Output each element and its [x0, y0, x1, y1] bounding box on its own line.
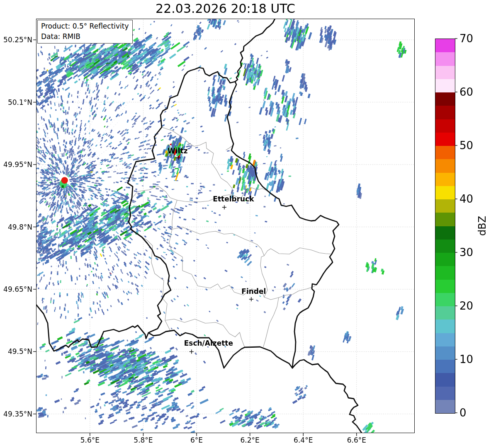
- colorbar-segment: [435, 186, 455, 199]
- colorbar-segment: [435, 293, 455, 306]
- colorbar-segment: [435, 106, 455, 119]
- colorbar-segment: [435, 253, 455, 266]
- colorbar-tick-label: 10: [459, 353, 473, 366]
- data-source-label: Data: RMIB: [41, 31, 129, 42]
- colorbar-tick-label: 20: [459, 300, 473, 312]
- colorbar-segment: [435, 173, 455, 186]
- colorbar-unit-label: dBZ: [476, 216, 488, 236]
- city-label: Wiltz: [168, 147, 187, 155]
- city-label: Findel: [241, 287, 266, 295]
- x-axis-tick-label: 6.2°E: [241, 436, 260, 444]
- y-axis-tick-label: 49.65°N: [3, 285, 32, 293]
- city-label: Esch/Alzette: [184, 339, 233, 347]
- x-axis-tick-label: 6.4°E: [294, 436, 313, 444]
- colorbar-segment: [435, 199, 455, 213]
- x-axis-tick-label: 5.8°E: [134, 436, 153, 444]
- figure-title: 22.03.2026 20:18 UTC: [36, 1, 415, 16]
- y-axis-tick-label: 49.35°N: [3, 410, 32, 418]
- colorbar-segment: [435, 159, 455, 172]
- colorbar-segment: [435, 66, 455, 79]
- colorbar-segment: [435, 146, 455, 159]
- colorbar-segment: [435, 52, 455, 65]
- y-axis-tick-label: 49.95°N: [3, 160, 32, 169]
- colorbar-segment: [435, 360, 455, 373]
- colorbar-segment: [435, 306, 455, 320]
- colorbar-segment: [435, 400, 455, 413]
- colorbar-segment: [435, 240, 455, 253]
- radar-map-canvas: [0, 0, 491, 448]
- colorbar-segment: [435, 213, 455, 226]
- y-axis-tick-label: 49.8°N: [8, 223, 32, 231]
- y-axis-tick-label: 50.25°N: [3, 36, 32, 44]
- colorbar-tick-label: 40: [459, 193, 473, 205]
- city-label: Ettelbruck: [213, 195, 254, 203]
- colorbar-tick-label: 60: [459, 86, 473, 98]
- colorbar-segment: [435, 133, 455, 146]
- colorbar-tick-label: 50: [459, 139, 473, 152]
- colorbar-segment: [435, 346, 455, 360]
- colorbar-segment: [435, 333, 455, 346]
- colorbar-tick-label: 30: [459, 246, 473, 259]
- radar-figure: 22.03.2026 20:18 UTC Product: 0.5° Refle…: [0, 0, 491, 448]
- colorbar-segment: [435, 373, 455, 386]
- colorbar-segment: [435, 387, 455, 400]
- colorbar-tick-label: 70: [459, 32, 473, 45]
- colorbar-segment: [435, 39, 455, 52]
- y-axis-tick-label: 50.1°N: [8, 98, 32, 107]
- colorbar-segment: [435, 280, 455, 293]
- x-axis-tick-label: 5.6°E: [80, 436, 100, 444]
- colorbar: [435, 39, 455, 414]
- product-label: Product: 0.5° Reflectivity: [41, 21, 129, 31]
- y-axis-tick-label: 49.5°N: [8, 347, 32, 356]
- colorbar-segment: [435, 92, 455, 106]
- colorbar-segment: [435, 79, 455, 92]
- colorbar-segment: [435, 226, 455, 240]
- product-info-box: Product: 0.5° Reflectivity Data: RMIB: [37, 20, 133, 44]
- colorbar-segment: [435, 320, 455, 333]
- x-axis-tick-label: 6.6°E: [347, 436, 366, 444]
- colorbar-tick-label: 0: [459, 407, 467, 419]
- x-axis-tick-label: 6°E: [190, 436, 203, 444]
- colorbar-segment: [435, 266, 455, 279]
- colorbar-segment: [435, 119, 455, 133]
